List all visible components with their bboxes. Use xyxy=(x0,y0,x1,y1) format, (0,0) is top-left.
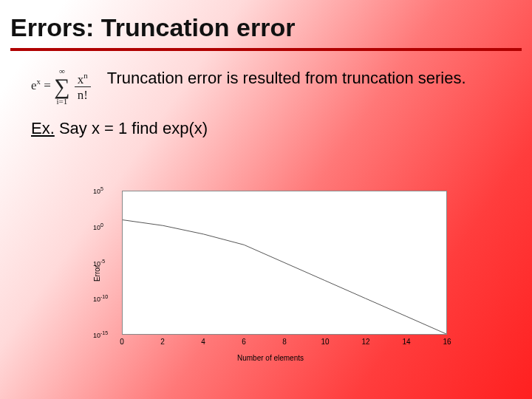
formula-lhs-exp: x xyxy=(37,77,41,86)
x-tick: 6 xyxy=(242,338,246,346)
error-curve xyxy=(123,191,446,334)
x-tick: 4 xyxy=(201,338,205,346)
taylor-formula: ex = ∞ ∑ i=1 xn n! xyxy=(31,67,91,106)
y-tick: 10-15 xyxy=(93,330,108,339)
x-axis-label: Number of elements xyxy=(237,354,304,362)
y-axis-label: Error xyxy=(93,265,101,282)
example-label: Ex. xyxy=(31,119,55,137)
sigma-icon: ∑ xyxy=(54,75,69,98)
y-tick: 100 xyxy=(93,222,103,231)
slide-title: Errors: Truncation error xyxy=(0,0,532,45)
formula-eq: = xyxy=(44,78,51,92)
plot-area xyxy=(122,191,447,335)
y-tick: 105 xyxy=(93,186,103,195)
content-row: ex = ∞ ∑ i=1 xn n! Truncation error is r… xyxy=(0,51,532,106)
example-text: Say x = 1 find exp(x) xyxy=(55,119,208,137)
y-tick: 10-10 xyxy=(93,294,108,303)
sum-lower: i=1 xyxy=(56,98,67,106)
sigma-sum: ∞ ∑ i=1 xyxy=(54,67,69,106)
fraction: xn n! xyxy=(75,72,91,102)
fraction-denominator: n! xyxy=(78,87,88,101)
x-tick: 8 xyxy=(282,338,287,346)
formula-lhs-base: e xyxy=(31,78,37,92)
x-tick: 14 xyxy=(402,338,410,346)
x-tick: 12 xyxy=(361,338,369,346)
x-tick: 10 xyxy=(321,338,329,346)
error-chart: Error Number of elements 024681012141610… xyxy=(81,185,460,362)
x-tick: 0 xyxy=(120,338,124,346)
x-tick: 16 xyxy=(443,338,451,346)
x-tick: 2 xyxy=(160,338,165,346)
fraction-numerator: xn xyxy=(75,72,91,88)
example-line: Ex. Say x = 1 find exp(x) xyxy=(0,106,532,138)
y-tick: 10-5 xyxy=(93,259,105,267)
truncation-description: Truncation error is resulted from trunca… xyxy=(107,67,488,88)
